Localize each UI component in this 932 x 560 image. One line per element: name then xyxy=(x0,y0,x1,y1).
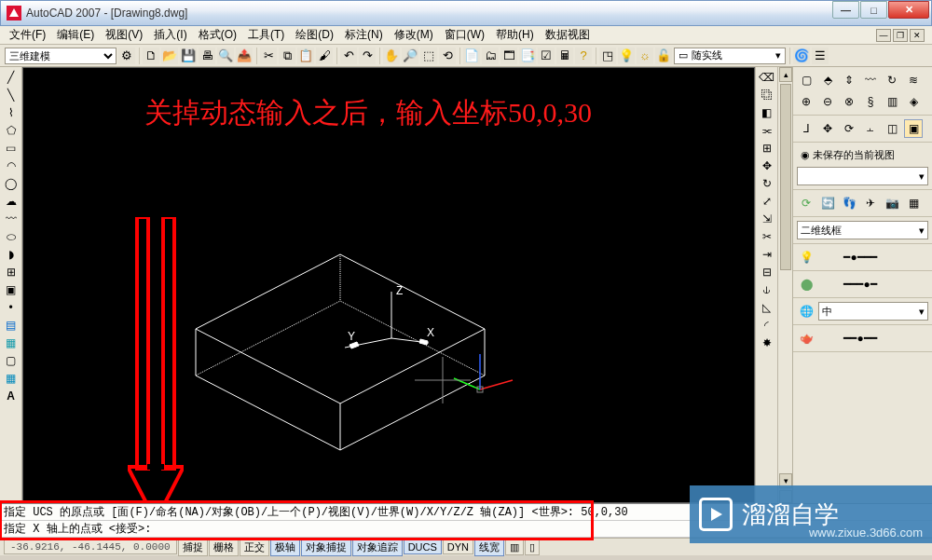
cut-icon[interactable]: ✂ xyxy=(260,48,277,64)
publish-icon[interactable]: 📤 xyxy=(236,48,253,64)
menu-draw[interactable]: 绘图(D) xyxy=(290,25,339,45)
zoomwin-icon[interactable]: ⬚ xyxy=(420,48,437,64)
paste-icon[interactable]: 📋 xyxy=(297,48,314,64)
menu-file[interactable]: 文件(F) xyxy=(4,25,51,45)
fly-icon[interactable]: ✈ xyxy=(861,194,880,212)
preview-icon[interactable]: 🔍 xyxy=(217,48,234,64)
zoomprev-icon[interactable]: ⟲ xyxy=(439,48,456,64)
slider3-icon[interactable]: ━━●━━ xyxy=(818,329,902,348)
revcloud-icon[interactable]: ☁ xyxy=(3,193,20,210)
menu-dim[interactable]: 标注(N) xyxy=(339,25,389,45)
extrude-icon[interactable]: ⬘ xyxy=(818,71,837,89)
workspace-select[interactable]: 三维建模 xyxy=(5,48,116,64)
copy2-icon[interactable]: ⿻ xyxy=(759,87,775,103)
match-icon[interactable]: 🖌 xyxy=(316,48,333,64)
slider2-icon[interactable]: ━━━●━ xyxy=(818,275,902,294)
mirror-icon[interactable]: ◧ xyxy=(759,104,775,121)
slider1-icon[interactable]: ━●━━━ xyxy=(818,248,902,266)
swivel-icon[interactable]: 🔄 xyxy=(818,194,837,212)
line-icon[interactable]: ╱ xyxy=(3,69,20,86)
rotate-icon[interactable]: ↻ xyxy=(759,175,775,192)
circle-icon[interactable]: ◯ xyxy=(3,175,20,192)
designctr-icon[interactable]: 🗂 xyxy=(482,48,499,64)
menu-tools[interactable]: 工具(T) xyxy=(242,25,290,45)
radio-icon[interactable]: ◉ xyxy=(801,149,810,161)
sheetset-icon[interactable]: 📑 xyxy=(519,48,536,64)
toggle-otrack[interactable]: 对象追踪 xyxy=(352,539,403,556)
break-icon[interactable]: ⊟ xyxy=(759,264,775,280)
toggle-lwt[interactable]: 线宽 xyxy=(474,539,504,556)
markup-icon[interactable]: ☑ xyxy=(538,48,555,64)
gradient-icon[interactable]: ▦ xyxy=(3,335,20,351)
doc-restore-icon[interactable]: ❐ xyxy=(893,29,908,42)
current-view-select[interactable]: ▾ xyxy=(797,167,928,185)
intersect-icon[interactable]: ⊗ xyxy=(840,92,858,111)
polygon-icon[interactable]: ⬠ xyxy=(3,122,20,139)
new-icon[interactable]: 🗋 xyxy=(143,48,159,64)
refresh-icon[interactable]: 🌀 xyxy=(793,48,810,64)
trim-icon[interactable]: ✂ xyxy=(759,228,775,245)
revolve-icon[interactable]: ↻ xyxy=(883,71,901,89)
ellipse-icon[interactable]: ⬭ xyxy=(3,228,20,245)
toggle-ducs[interactable]: DUCS xyxy=(404,540,442,554)
block-icon[interactable]: ▣ xyxy=(3,281,20,298)
section-icon[interactable]: ▣ xyxy=(904,119,923,138)
doc-minimize-icon[interactable]: — xyxy=(876,29,891,42)
proj-icon[interactable]: ▦ xyxy=(904,194,923,212)
text-icon[interactable]: A xyxy=(3,388,20,404)
3drotate-icon[interactable]: ⟳ xyxy=(840,119,858,138)
gear-icon[interactable]: ⚙ xyxy=(118,48,135,64)
camera-icon[interactable]: 📷 xyxy=(883,194,901,212)
toggle-osnap[interactable]: 对象捕捉 xyxy=(301,539,351,556)
ucs-icon[interactable]: ⅃ xyxy=(797,119,816,138)
toggle-ortho[interactable]: 正交 xyxy=(240,539,269,556)
coordinate-display[interactable]: -36.9216, -46.1445, 0.0000 xyxy=(4,540,177,554)
orbit-icon[interactable]: ⟳ xyxy=(797,194,816,212)
hatch-icon[interactable]: ▤ xyxy=(3,317,20,334)
scroll-up-icon[interactable]: ▴ xyxy=(779,67,792,82)
props-icon[interactable]: 📄 xyxy=(463,48,480,64)
lang-select[interactable]: 中▾ xyxy=(818,302,928,321)
point-icon[interactable]: • xyxy=(3,299,20,316)
zoom-icon[interactable]: 🔎 xyxy=(402,48,418,64)
scale-icon[interactable]: ⤢ xyxy=(759,193,775,210)
menu-window[interactable]: 窗口(W) xyxy=(439,25,490,45)
planar-icon[interactable]: ◈ xyxy=(904,92,923,111)
lock-icon[interactable]: 🔓 xyxy=(655,48,672,64)
toggle-snap[interactable]: 捕捉 xyxy=(178,539,208,556)
polysolid-icon[interactable]: ▥ xyxy=(883,92,901,111)
open-icon[interactable]: 📂 xyxy=(161,48,178,64)
3dalign-icon[interactable]: ⫠ xyxy=(861,119,880,138)
3dmove-icon[interactable]: ✥ xyxy=(818,119,837,138)
linetype-select[interactable]: ▭ 随实线 ▾ xyxy=(674,48,786,64)
menu-edit[interactable]: 编辑(E) xyxy=(51,25,100,45)
drawing-canvas[interactable]: 关掉动态输入之后，输入坐标50,0,30 xyxy=(22,67,755,503)
arc-icon[interactable]: ◠ xyxy=(3,157,20,174)
helix-icon[interactable]: § xyxy=(861,92,880,111)
offset-icon[interactable]: ⫘ xyxy=(759,122,775,139)
pline-icon[interactable]: ⌇ xyxy=(3,104,20,121)
globe-icon[interactable]: 🌐 xyxy=(797,302,816,321)
toggle-grid[interactable]: 栅格 xyxy=(209,539,239,556)
box-icon[interactable]: ▢ xyxy=(797,71,816,89)
ellipsearc-icon[interactable]: ◗ xyxy=(3,246,20,263)
extend-icon[interactable]: ⇥ xyxy=(759,246,775,263)
visualstyle-select[interactable]: 二维线框 ▾ xyxy=(797,221,928,239)
undo-icon[interactable]: ↶ xyxy=(340,48,357,64)
table-icon[interactable]: ▦ xyxy=(3,370,20,387)
help-icon[interactable]: ? xyxy=(575,48,592,64)
presspull-icon[interactable]: ⇕ xyxy=(840,71,858,89)
close-button[interactable]: ✕ xyxy=(888,1,929,19)
fillet-icon[interactable]: ◜ xyxy=(759,317,775,334)
render-icon[interactable]: 🫖 xyxy=(797,329,816,348)
rect-icon[interactable]: ▭ xyxy=(3,140,20,157)
minimize-button[interactable]: — xyxy=(832,1,859,19)
menu-help[interactable]: 帮助(H) xyxy=(490,25,540,45)
save-icon[interactable]: 💾 xyxy=(180,48,197,64)
menu-modify[interactable]: 修改(M) xyxy=(389,25,439,45)
menu-view[interactable]: 视图(V) xyxy=(100,25,148,45)
erase-icon[interactable]: ⌫ xyxy=(759,69,775,86)
quickcalc-icon[interactable]: 🖩 xyxy=(556,48,573,64)
slice-icon[interactable]: ◫ xyxy=(883,119,901,138)
material-icon[interactable]: ⬤ xyxy=(797,275,816,294)
